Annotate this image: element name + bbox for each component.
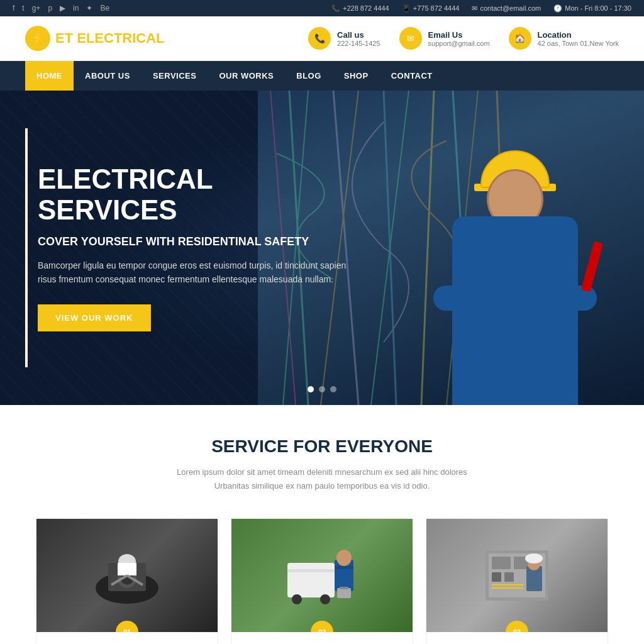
nav-contact[interactable]: CONTACT [380, 61, 444, 91]
hero-subtitle: COVER YOURSELF WITH RESIDENTINAL SAFETY [38, 235, 352, 248]
worker-tool [581, 241, 603, 292]
service-card-panel: 02 Panel Upgrades Lorem ipsum dolor sit … [231, 518, 413, 644]
hero-description: Bamcorper ligula eu tempor congue eros e… [38, 258, 352, 287]
call-number: 222-145-1425 [337, 40, 380, 47]
nav-home[interactable]: HOME [25, 61, 74, 91]
surge-image-svg [479, 544, 555, 607]
svg-point-22 [320, 594, 330, 604]
top-phone2: 📱 +775 872 4444 [402, 4, 460, 13]
dot-2[interactable] [319, 386, 325, 392]
card-image-repairs: 01 [36, 519, 218, 632]
top-bar: f t g+ p ▶ in ✦ Be 📞 +228 872 4444 📱 +77… [0, 0, 644, 16]
email-icon-header: ✉ [399, 27, 422, 50]
service-card-surge: 03 Surge Protection Lorem ipsum dolor si… [426, 518, 608, 644]
header-email: ✉ Email Us support@gmail.com [399, 27, 490, 50]
svg-rect-19 [287, 563, 335, 597]
top-phone1: 📞 +228 872 4444 [331, 4, 389, 13]
services-title: SERVICE FOR EVERYONE [25, 436, 619, 457]
service-cards-container: 01 Repairs Lorem ipsum dolor sit amet ti… [25, 518, 619, 644]
top-email: ✉ contact@email.com [472, 4, 541, 13]
nav-services[interactable]: SERVICES [142, 61, 208, 91]
header-contact-info: 📞 Call us 222-145-1425 ✉ Email Us suppor… [308, 27, 619, 50]
nav-shop[interactable]: SHOP [333, 61, 380, 91]
phone-icon: 📞 [331, 4, 340, 13]
call-label: Call us [337, 30, 380, 40]
globe-icon[interactable]: ✦ [86, 4, 92, 13]
logo[interactable]: ⚡ ET ELECTRICAL [25, 26, 165, 51]
hero-dots [308, 386, 336, 392]
worker-figure: EXPANDGROUP [405, 109, 625, 405]
location-address: 42 oas, Town 01,New York [538, 40, 619, 47]
facebook-icon[interactable]: f [13, 4, 14, 13]
top-contact-info: 📞 +228 872 4444 📱 +775 872 4444 ✉ contac… [331, 4, 631, 13]
worker-body [452, 216, 578, 405]
hero-content: ELECTRICAL SERVICES COVER YOURSELF WITH … [0, 164, 390, 331]
nav-works[interactable]: OUR WORKS [208, 61, 285, 91]
panel-image-svg [284, 544, 360, 607]
youtube-icon[interactable]: ▶ [60, 4, 65, 13]
svg-rect-25 [335, 566, 353, 569]
svg-rect-27 [340, 587, 348, 589]
card-image-surge: 03 [426, 519, 608, 632]
twitter-icon[interactable]: t [22, 4, 24, 13]
behance-icon[interactable]: Be [100, 4, 109, 13]
card-image-panel: 02 [231, 519, 413, 632]
svg-rect-26 [337, 588, 351, 598]
svg-rect-32 [492, 572, 501, 582]
svg-rect-33 [504, 572, 514, 582]
hero-cta-button[interactable]: VIEW OUR WORK [38, 304, 151, 331]
google-plus-icon[interactable]: g+ [32, 4, 41, 13]
svg-point-24 [336, 550, 352, 566]
header-location: 🏠 Location 42 oas, Town 01,New York [509, 27, 619, 50]
nav-blog[interactable]: BLOG [285, 61, 333, 91]
svg-point-21 [292, 594, 302, 604]
svg-rect-20 [287, 569, 335, 572]
linkedin-icon[interactable]: in [73, 4, 79, 13]
service-card-repairs: 01 Repairs Lorem ipsum dolor sit amet ti… [36, 518, 218, 644]
call-icon: 📞 [308, 27, 331, 50]
dot-1[interactable] [308, 386, 314, 392]
svg-rect-30 [492, 557, 511, 569]
header-call: 📞 Call us 222-145-1425 [308, 27, 380, 50]
clock-icon: 🕐 [553, 4, 562, 13]
logo-icon: ⚡ [25, 26, 50, 51]
social-links: f t g+ p ▶ in ✦ Be [13, 4, 109, 13]
nav-about[interactable]: ABOUT US [74, 61, 142, 91]
dot-3[interactable] [330, 386, 336, 392]
site-header: ⚡ ET ELECTRICAL 📞 Call us 222-145-1425 ✉… [0, 16, 644, 61]
email-label: Email Us [428, 30, 490, 40]
email-address: support@gmail.com [428, 40, 490, 47]
top-hours: 🕐 Mon - Fri 8:00 - 17:30 [553, 4, 631, 13]
pinterest-icon[interactable]: p [48, 4, 52, 13]
hero-title: ELECTRICAL SERVICES [38, 164, 352, 225]
hero-section: EXPANDGROUP ELECTRICAL SERVICES COVER YO… [0, 91, 644, 405]
mobile-icon: 📱 [402, 4, 411, 13]
services-description: Lorem ipsum dolor sit amet timeam deleni… [165, 465, 479, 493]
main-nav: HOME ABOUT US SERVICES OUR WORKS BLOG SH… [0, 61, 644, 91]
services-section: SERVICE FOR EVERYONE Lorem ipsum dolor s… [0, 405, 644, 644]
svg-point-36 [525, 553, 543, 564]
location-icon: 🏠 [509, 27, 531, 50]
repairs-image-svg [89, 544, 165, 607]
logo-text: ET ELECTRICAL [55, 30, 165, 47]
svg-rect-16 [118, 563, 136, 575]
location-label: Location [538, 30, 619, 40]
email-icon: ✉ [472, 4, 477, 13]
